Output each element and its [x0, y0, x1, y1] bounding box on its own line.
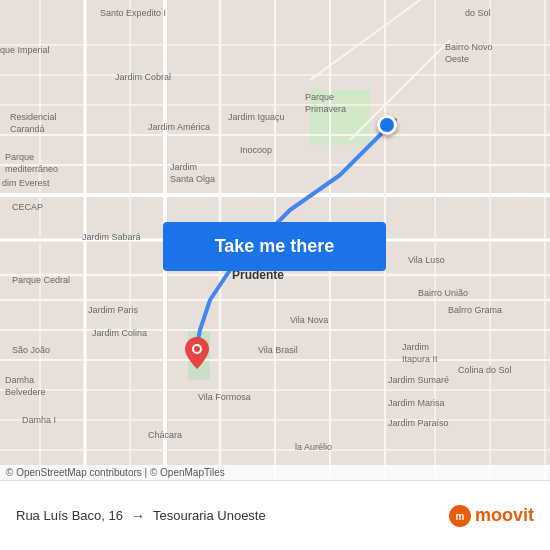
moovit-brand-name: moovit	[475, 505, 534, 526]
map-view: Santo Expedito I do Sol que Imperial Bai…	[0, 0, 550, 480]
route-arrow: →	[131, 508, 145, 524]
destination-marker	[185, 337, 209, 369]
route-info: Rua Luís Baco, 16 → Tesouraria Unoeste	[16, 508, 449, 524]
bottom-bar: Rua Luís Baco, 16 → Tesouraria Unoeste m…	[0, 480, 550, 550]
route-to: Tesouraria Unoeste	[153, 508, 266, 523]
svg-point-31	[194, 346, 200, 352]
svg-text:m: m	[456, 511, 465, 522]
take-me-there-button[interactable]: Take me there	[163, 222, 386, 271]
moovit-icon: m	[449, 505, 471, 527]
map-attribution: © OpenStreetMap contributors | © OpenMap…	[0, 465, 550, 480]
route-from: Rua Luís Baco, 16	[16, 508, 123, 523]
moovit-logo: m moovit	[449, 505, 534, 527]
origin-marker	[377, 115, 397, 135]
svg-rect-2	[310, 90, 370, 145]
